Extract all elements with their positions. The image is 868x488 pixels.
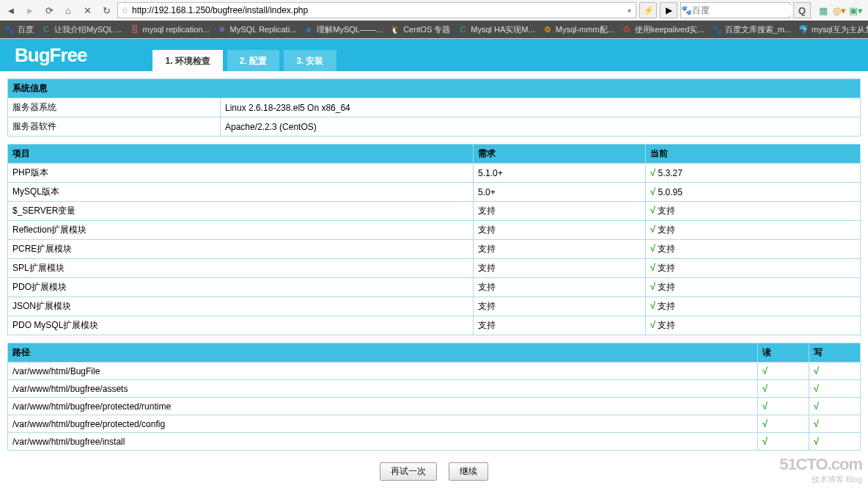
sysinfo-value: Apache/2.2.3 (CentOS): [221, 117, 861, 136]
bookmark-item[interactable]: ❄MySQL Replicati...: [217, 24, 297, 34]
item-cur: √ 支持: [646, 316, 861, 335]
path-write: √: [809, 398, 861, 415]
table-row: 服务器系统Linux 2.6.18-238.el5 On x86_64: [8, 98, 861, 117]
bookmark-item[interactable]: e理解MySQL——...: [304, 24, 383, 35]
item-cur: √ 支持: [646, 202, 861, 221]
bookmark-item[interactable]: 🐬mysql互为主从复...: [798, 24, 868, 35]
bookmark-icon: 🐾: [712, 24, 722, 34]
sysinfo-label: 服务器软件: [8, 117, 221, 136]
item-label: PHP版本: [8, 164, 474, 183]
bookmark-item[interactable]: 🗄mysql replication...: [130, 24, 210, 34]
retry-button[interactable]: 再试一次: [380, 462, 437, 481]
search-button[interactable]: Q: [793, 2, 811, 18]
paths-header-write: 写: [809, 343, 861, 363]
items-header-item: 项目: [8, 145, 474, 164]
item-cur: √ 支持: [646, 278, 861, 297]
tab-env-check[interactable]: 1. 环境检查: [152, 50, 222, 71]
bookmark-label: mysql replication...: [143, 25, 210, 34]
bookmark-item[interactable]: ✪使用keepalived实...: [622, 24, 705, 35]
item-req: 支持: [474, 221, 646, 240]
item-req: 支持: [474, 240, 646, 259]
bookmark-icon: ✪: [622, 24, 632, 34]
item-req: 支持: [474, 202, 646, 221]
forward-button[interactable]: ►: [22, 3, 38, 18]
search-provider-icon[interactable]: 🐾: [681, 5, 692, 15]
path-value: /var/www/html/bugfree/assets: [8, 380, 758, 398]
table-row: PHP版本5.1.0+√ 5.3.27: [8, 164, 861, 183]
ext-icon-2[interactable]: ◎▾: [833, 4, 846, 17]
check-icon: √: [762, 436, 768, 447]
search-bar[interactable]: 🐾: [680, 2, 790, 18]
bookmark-item[interactable]: 🐾百度文库搜索_m...: [712, 24, 791, 35]
check-icon: √: [762, 401, 768, 412]
table-row: MySQL版本5.0+√ 5.0.95: [8, 183, 861, 202]
app-logo: BugFree: [15, 44, 87, 67]
bookmark-item[interactable]: C让我介绍MySQL ...: [41, 24, 122, 35]
item-label: PDO MySQL扩展模块: [8, 316, 474, 335]
check-icon: √: [814, 436, 819, 447]
item-req: 支持: [474, 278, 646, 297]
table-row: $_SERVER变量支持√ 支持: [8, 202, 861, 221]
item-req: 支持: [474, 297, 646, 316]
home-button[interactable]: ⌂: [60, 3, 76, 18]
item-req: 5.1.0+: [474, 164, 646, 183]
table-row: Reflection扩展模块支持√ 支持: [8, 221, 861, 240]
bookmarks-bar: 🐾百度C让我介绍MySQL ...🗄mysql replication...❄M…: [0, 21, 868, 38]
bookmark-label: 理解MySQL——...: [317, 24, 383, 35]
play-button[interactable]: ▶: [660, 2, 677, 18]
tab-install[interactable]: 3. 安装: [284, 50, 336, 71]
url-bar[interactable]: ☆ ▾: [117, 2, 636, 18]
tab-config[interactable]: 2. 配置: [227, 50, 279, 71]
continue-button[interactable]: 继续: [449, 462, 488, 481]
bookmark-label: 百度: [18, 24, 34, 35]
check-icon: √: [762, 418, 768, 429]
table-row: /var/www/html/bugfree/install√√: [8, 433, 861, 451]
flash-button[interactable]: ⚡: [639, 2, 657, 18]
bookmark-label: 百度文库搜索_m...: [725, 24, 791, 35]
check-icon: √: [650, 243, 655, 254]
table-row: PDO MySQL扩展模块支持√ 支持: [8, 316, 861, 335]
back-button[interactable]: ◄: [3, 3, 19, 18]
bookmark-icon: C: [457, 24, 468, 34]
item-label: PDO扩展模块: [8, 278, 474, 297]
item-label: $_SERVER变量: [8, 202, 474, 221]
url-input[interactable]: [132, 4, 626, 16]
item-label: Reflection扩展模块: [8, 221, 474, 240]
table-row: /var/www/html/bugfree/protected/runtime√…: [8, 398, 861, 415]
table-row: /var/www/html/BugFile√√: [8, 363, 861, 380]
search-input[interactable]: [692, 5, 802, 15]
item-cur: √ 支持: [646, 221, 861, 240]
stop-button[interactable]: ✕: [79, 3, 95, 18]
dropdown-icon[interactable]: ▾: [626, 7, 633, 15]
item-req: 5.0+: [474, 183, 646, 202]
bookmark-star-icon[interactable]: ☆: [121, 5, 129, 15]
check-icon: √: [650, 205, 655, 216]
bookmark-label: 让我介绍MySQL ...: [54, 24, 122, 35]
bookmark-label: mysql互为主从复...: [812, 24, 868, 35]
bookmark-label: 使用keepalived实...: [635, 24, 705, 35]
bookmark-item[interactable]: CMysql HA实现M...: [457, 24, 534, 35]
path-value: /var/www/html/bugfree/install: [8, 433, 758, 451]
path-read: √: [758, 433, 809, 451]
ext-icon-3[interactable]: ▣▾: [849, 4, 862, 17]
bookmark-icon: 🐾: [4, 24, 15, 34]
history-button[interactable]: ↻: [98, 3, 114, 18]
paths-header-path: 路径: [8, 343, 758, 363]
check-icon: √: [814, 365, 819, 376]
reload-button[interactable]: ⟳: [41, 3, 57, 18]
bookmark-item[interactable]: 🐧CentOS 专题: [390, 24, 450, 35]
path-read: √: [758, 398, 809, 415]
ext-icon-1[interactable]: ▦: [817, 4, 830, 17]
bookmark-item[interactable]: ⚙Mysql-mmm配...: [542, 24, 614, 35]
bookmark-icon: ⚙: [542, 24, 553, 34]
items-table: 项目 需求 当前 PHP版本5.1.0+√ 5.3.27MySQL版本5.0+√…: [7, 144, 861, 335]
table-row: /var/www/html/bugfree/protected/config√√: [8, 415, 861, 433]
item-label: SPL扩展模块: [8, 259, 474, 278]
path-read: √: [758, 415, 809, 433]
table-row: PDO扩展模块支持√ 支持: [8, 278, 861, 297]
bookmark-item[interactable]: 🐾百度: [4, 24, 34, 35]
bookmark-icon: 🗄: [130, 24, 140, 34]
item-cur: √ 支持: [646, 297, 861, 316]
items-header-cur: 当前: [646, 145, 861, 164]
check-icon: √: [814, 401, 819, 412]
